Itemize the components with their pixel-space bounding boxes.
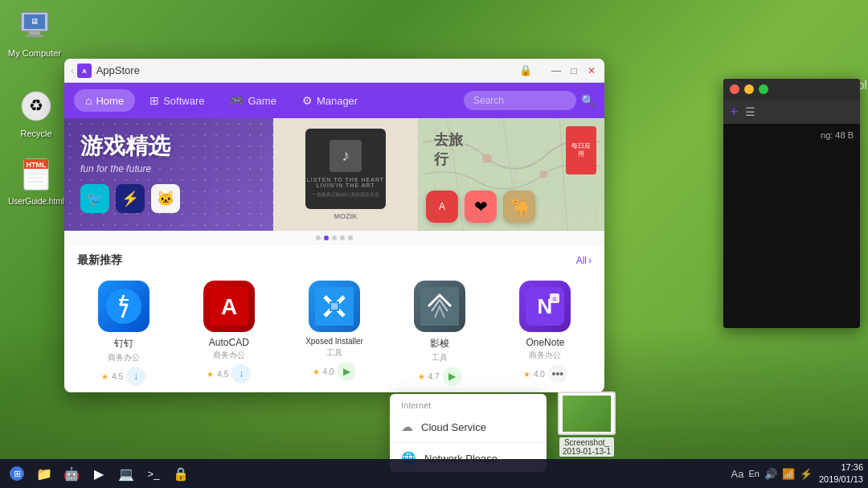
- banner-app-1[interactable]: 🐦: [80, 184, 109, 213]
- manager-icon: ⚙: [302, 94, 313, 107]
- app-card-onenote[interactable]: N≡ OneNote 商务办公 ★ 4.0 •••: [496, 274, 595, 392]
- second-content: ng: 48 B: [723, 124, 860, 328]
- taskbar-lock-btn[interactable]: 🔒: [169, 461, 193, 486]
- app-grid: 钉钉 商务办公 ★ 4.5 ↓ A AutoCAD 商务办公 ★ 4.5 ↓: [64, 274, 604, 392]
- tray-keyboard-icon[interactable]: Aa: [731, 468, 744, 480]
- svg-text:≡: ≡: [553, 295, 557, 303]
- travel-label: 去旅行: [434, 130, 463, 169]
- svg-point-16: [539, 170, 547, 178]
- screenshot-file[interactable]: Screenshot_2019-01-13-1: [551, 392, 623, 457]
- dot-3[interactable]: [332, 236, 337, 240]
- nav-manager[interactable]: ⚙ Manager: [291, 89, 369, 112]
- app-download-autocad[interactable]: ↓: [231, 364, 251, 383]
- second-min-btn[interactable]: [744, 84, 754, 94]
- svg-point-15: [482, 154, 492, 163]
- second-max-btn[interactable]: [759, 84, 768, 94]
- desktop-icon-recycle[interactable]: ♻ Recycle: [8, 87, 64, 138]
- taskbar-android-btn[interactable]: 🤖: [59, 461, 84, 486]
- desktop-icon-computer[interactable]: 🖥 My Computer: [6, 6, 63, 58]
- section-all-label: All: [576, 255, 587, 266]
- taskbar-browser-btn[interactable]: 💻: [114, 461, 138, 486]
- tray-battery-icon[interactable]: ⚡: [800, 468, 813, 480]
- tray-volume-icon[interactable]: 🔊: [764, 468, 777, 480]
- dot-5[interactable]: [348, 236, 353, 240]
- tray-wifi-icon[interactable]: 📶: [782, 468, 795, 480]
- app-card-xposed[interactable]: Xposed Installer 工具 ★ 4.0 ▶: [285, 274, 383, 392]
- home-icon: ⌂: [85, 94, 92, 107]
- app-name-onenote: OneNote: [526, 337, 564, 348]
- banner-area: 游戏精选 fun for the future 🐦 ⚡ 🐱 ♪ LISTEN T…: [64, 118, 604, 231]
- app-play-shadowsocks[interactable]: ▶: [443, 367, 462, 386]
- app-name-xposed: Xposed Installer: [305, 337, 363, 346]
- dropdown-item-cloud[interactable]: ☁ Cloud Service: [390, 413, 547, 441]
- svg-point-19: [106, 289, 141, 324]
- app-card-shadowsocks[interactable]: 影梭 工具 ★ 4.7 ▶: [391, 274, 489, 392]
- svg-text:🖥: 🖥: [31, 17, 39, 26]
- second-titlebar: [723, 79, 860, 100]
- desktop-icon-html[interactable]: HTML UserGuide.html: [8, 155, 64, 206]
- taskbar-files-btn[interactable]: 📁: [32, 461, 56, 486]
- app-play-xposed[interactable]: ▶: [337, 362, 356, 381]
- second-toolbar: + ☰: [723, 100, 860, 124]
- banner-app-2[interactable]: ⚡: [116, 184, 145, 213]
- daily-app-tag: 每日应用: [566, 126, 596, 174]
- dot-4[interactable]: [340, 236, 345, 240]
- app-card-autocad[interactable]: A AutoCAD 商务办公 ★ 4.5 ↓: [179, 274, 278, 392]
- nav-search-input[interactable]: [464, 91, 576, 110]
- window-maximize-btn[interactable]: □: [567, 64, 580, 77]
- nav-game-label: Game: [248, 95, 276, 107]
- svg-text:A: A: [221, 294, 237, 319]
- dropdown-separator: [390, 442, 547, 443]
- banner-dots: [64, 231, 604, 245]
- toolbar-menu-btn[interactable]: ☰: [745, 105, 755, 118]
- nav-home[interactable]: ⌂ Home: [74, 89, 135, 112]
- dot-1[interactable]: [316, 236, 321, 240]
- app-dots-onenote[interactable]: •••: [548, 364, 567, 383]
- app-download-dingtalk[interactable]: ↓: [126, 367, 145, 386]
- search-button[interactable]: 🔍: [581, 94, 595, 107]
- desktop: 🖥 My Computer ♻ Recycle HTML UserGuide.h…: [0, 0, 868, 488]
- second-close-btn[interactable]: [730, 84, 739, 94]
- nav-game[interactable]: 🎮 Game: [219, 89, 287, 112]
- cloud-icon: ☁: [401, 420, 413, 434]
- app-card-dingtalk[interactable]: 钉钉 商务办公 ★ 4.5 ↓: [74, 274, 173, 392]
- tray-lang-label: En: [748, 469, 759, 478]
- system-clock[interactable]: 17:36 2019/01/13: [819, 461, 863, 486]
- app-icon-autocad: A: [203, 281, 255, 332]
- nav-software[interactable]: ⊞ Software: [138, 89, 215, 112]
- second-window: + ☰ ng: 48 B: [723, 79, 860, 328]
- toolbar-plus-btn[interactable]: +: [730, 104, 739, 121]
- clock-time: 17:36: [819, 461, 863, 474]
- app-icon-onenote: N≡: [519, 281, 571, 332]
- dropdown-section-label: Internet: [390, 394, 547, 413]
- taskbar-terminal-btn[interactable]: >_: [141, 461, 166, 486]
- desktop-icon-computer-label: My Computer: [8, 48, 61, 58]
- window-minimize-btn[interactable]: —: [550, 64, 563, 77]
- appstore-logo: A: [77, 64, 92, 78]
- window-controls: — □ ✕: [550, 64, 598, 77]
- app-rating-xposed: ★ 4.0 ▶: [313, 362, 357, 381]
- app-rating-onenote: ★ 4.0 •••: [523, 364, 567, 383]
- window-close-btn[interactable]: ✕: [585, 64, 598, 77]
- desktop-icon-recycle-label: Recycle: [20, 129, 51, 138]
- taskbar-play-btn[interactable]: ▶: [87, 461, 111, 486]
- section-all-btn[interactable]: All ›: [576, 255, 592, 266]
- svg-text:♻: ♻: [29, 96, 43, 114]
- travel-app-3[interactable]: 🐪: [503, 191, 535, 223]
- mozik-logo: ♪: [330, 140, 362, 172]
- app-name-autocad: AutoCAD: [209, 337, 249, 348]
- banner-app-3[interactable]: 🐱: [151, 184, 180, 213]
- dot-2[interactable]: [324, 236, 329, 240]
- taskbar-right: Aa En 🔊 📶 ⚡ 17:36 2019/01/13: [731, 461, 863, 486]
- nav-manager-label: Manager: [317, 95, 358, 107]
- taskbar-left: ⊞ 📁 🤖 ▶ 💻 >_ 🔒: [5, 461, 193, 486]
- svg-rect-2: [29, 31, 40, 35]
- travel-app-2[interactable]: ❤: [465, 191, 497, 223]
- lock-icon: 🔒: [519, 64, 532, 76]
- desktop-icon-html-label: UserGuide.html: [8, 197, 63, 206]
- nav-back-btn[interactable]: ‹: [71, 66, 74, 76]
- banner-right: 去旅行 每日应用 A ❤ 🐪: [418, 118, 604, 231]
- travel-app-1[interactable]: A: [426, 191, 458, 223]
- clock-date: 2019/01/13: [819, 474, 863, 486]
- taskbar-start-btn[interactable]: ⊞: [5, 461, 29, 486]
